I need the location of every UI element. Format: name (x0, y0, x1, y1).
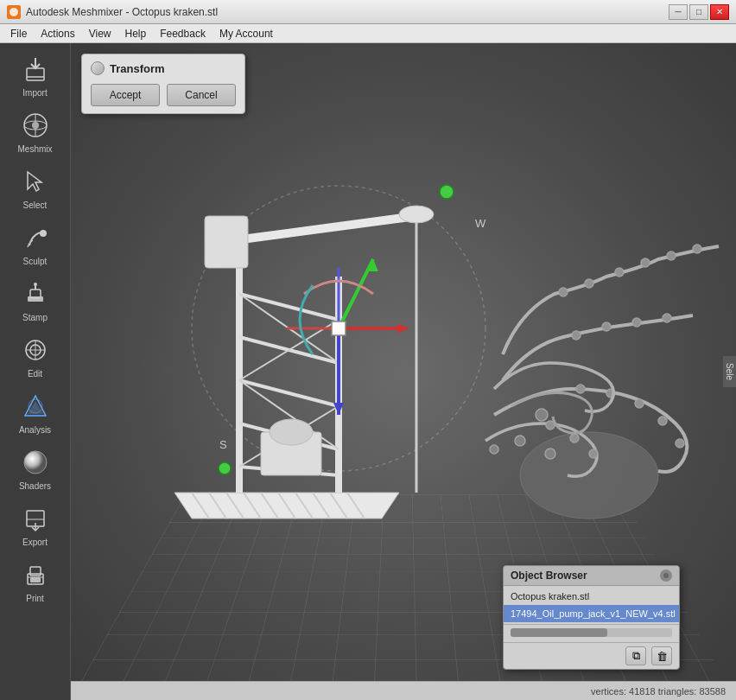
svg-point-89 (589, 449, 598, 458)
sidebar-item-sculpt[interactable]: Sculpt (3, 215, 68, 270)
sidebar-item-select[interactable]: Select (3, 159, 68, 213)
maximize-button[interactable]: □ (689, 4, 708, 20)
svg-point-92 (545, 449, 555, 459)
svg-point-72 (559, 288, 568, 296)
canvas-area[interactable]: S W (71, 43, 736, 700)
svg-rect-27 (30, 577, 41, 582)
svg-point-94 (663, 573, 669, 578)
ob-duplicate-button[interactable]: ⧉ (625, 646, 646, 665)
list-item[interactable]: Octopus kraken.stl (504, 588, 679, 605)
svg-point-88 (570, 434, 579, 442)
close-button[interactable]: ✕ (710, 4, 729, 20)
menu-account[interactable]: My Account (213, 26, 280, 41)
transform-panel-icon (91, 61, 105, 75)
select-icon (18, 164, 53, 199)
svg-point-91 (515, 436, 525, 446)
svg-point-79 (602, 322, 611, 331)
ob-scrollbar-thumb (511, 628, 607, 637)
svg-point-57 (270, 419, 313, 445)
window-controls: ─ □ ✕ (669, 4, 729, 20)
svg-point-90 (536, 409, 548, 421)
svg-point-21 (24, 451, 47, 474)
accept-button[interactable]: Accept (91, 84, 160, 106)
sidebar-item-analysis[interactable]: Analysis (3, 384, 68, 438)
svg-point-84 (635, 399, 644, 408)
transform-header: Transform (91, 61, 236, 75)
sidebar-label-print: Print (26, 594, 44, 603)
object-browser-close[interactable] (660, 570, 672, 582)
svg-point-76 (667, 251, 676, 260)
svg-point-80 (632, 318, 641, 327)
sidebar-label-edit: Edit (28, 369, 42, 379)
transform-panel: Transform Accept Cancel (81, 54, 245, 114)
svg-line-52 (222, 216, 416, 242)
sidebar-item-edit[interactable]: Edit (3, 328, 68, 382)
svg-point-9 (40, 230, 47, 237)
sidebar-label-import: Import (22, 88, 47, 98)
window-title: Autodesk Meshmixer - Octopus kraken.stl (26, 6, 218, 18)
sidebar-label-stamp: Stamp (22, 313, 48, 322)
meshmix-icon (18, 108, 53, 143)
object-browser-title: Object Browser (511, 570, 587, 582)
status-text: vertices: 41818 triangles: 83588 (591, 686, 726, 697)
svg-point-75 (641, 258, 650, 267)
export-icon (18, 501, 53, 536)
svg-line-45 (239, 380, 339, 406)
sidebar-item-shaders[interactable]: Shaders (3, 440, 68, 494)
sidebar-label-meshmix: Meshmix (17, 144, 52, 154)
svg-line-62 (339, 259, 373, 328)
svg-point-86 (676, 439, 684, 448)
svg-rect-67 (332, 321, 346, 335)
transform-panel-title: Transform (110, 62, 165, 75)
transform-buttons: Accept Cancel (91, 84, 236, 106)
sidebar-label-sculpt: Sculpt (23, 257, 48, 266)
svg-point-77 (693, 245, 701, 253)
sidebar: Import Meshmix Select (0, 43, 71, 700)
title-bar-left: Autodesk Meshmixer - Octopus kraken.stl (7, 5, 218, 19)
sidebar-label-shaders: Shaders (19, 481, 51, 491)
svg-point-93 (490, 445, 498, 454)
title-bar: Autodesk Meshmixer - Octopus kraken.stl … (0, 0, 736, 24)
svg-point-0 (10, 8, 18, 16)
svg-point-13 (34, 283, 37, 286)
svg-point-71 (520, 432, 658, 519)
sidebar-item-export[interactable]: Export (3, 496, 68, 550)
svg-marker-8 (28, 172, 41, 191)
minimize-button[interactable]: ─ (669, 4, 688, 20)
svg-marker-60 (397, 323, 408, 334)
svg-rect-53 (205, 216, 248, 268)
status-bar: vertices: 41818 triangles: 83588 (71, 681, 736, 700)
right-panel-label[interactable]: Sele (723, 356, 736, 387)
menu-help[interactable]: Help (118, 26, 154, 41)
sidebar-label-select: Select (23, 200, 48, 210)
svg-point-7 (32, 122, 39, 129)
svg-text:W: W (475, 217, 486, 230)
viewport[interactable]: S W (71, 43, 736, 700)
svg-point-68 (219, 462, 231, 474)
ob-scrollbar[interactable] (511, 628, 672, 637)
svg-point-82 (576, 385, 585, 393)
svg-text:S: S (219, 438, 227, 451)
sidebar-item-meshmix[interactable]: Meshmix (3, 103, 68, 157)
ob-divider (504, 624, 679, 625)
app-icon (7, 5, 21, 19)
menu-view[interactable]: View (82, 26, 118, 41)
menu-actions[interactable]: Actions (34, 26, 81, 41)
ob-delete-button[interactable]: 🗑 (651, 646, 672, 665)
svg-point-73 (585, 279, 593, 288)
list-item[interactable]: 17494_Oil_pump_jack_v1_NEW_v4.stl (504, 605, 679, 622)
object-browser-list: Octopus kraken.stl 17494_Oil_pump_jack_v… (504, 586, 679, 642)
sidebar-item-import[interactable]: Import (3, 47, 68, 101)
svg-point-54 (399, 206, 434, 223)
svg-point-85 (658, 417, 667, 425)
sculpt-icon (18, 220, 53, 255)
menu-feedback[interactable]: Feedback (153, 26, 213, 41)
sidebar-label-export: Export (22, 538, 48, 547)
main-layout: Import Meshmix Select (0, 43, 736, 700)
sidebar-label-analysis: Analysis (19, 425, 51, 435)
sidebar-item-stamp[interactable]: Stamp (3, 271, 68, 326)
menu-file[interactable]: File (3, 26, 34, 41)
svg-point-78 (572, 331, 581, 340)
cancel-button[interactable]: Cancel (167, 84, 236, 106)
sidebar-item-print[interactable]: Print (3, 552, 68, 607)
